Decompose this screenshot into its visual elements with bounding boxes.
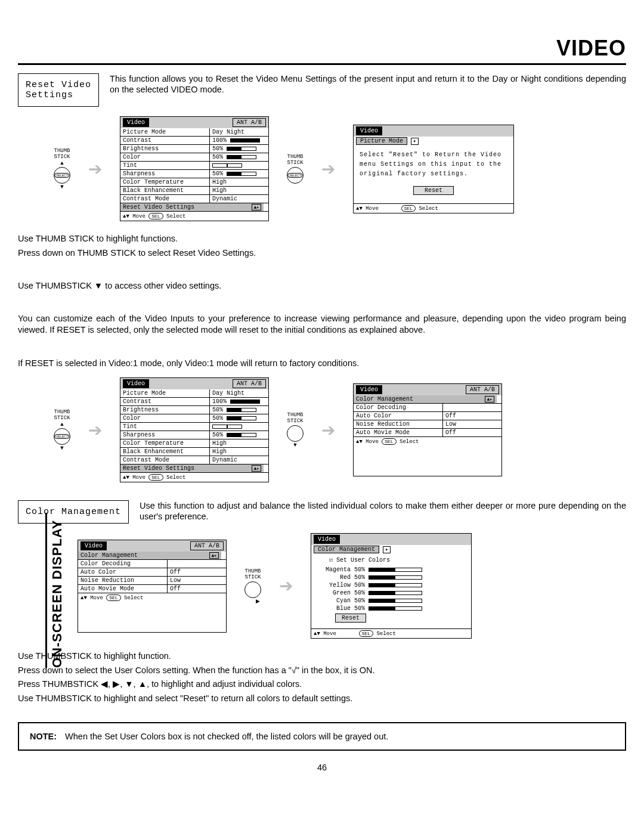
thumbstick-diagram: THUMB STICK ▼ [287, 412, 304, 448]
menu-row[interactable]: Contrast100% [120, 137, 268, 145]
color-mgmt-text: Use this function to adjust and balance … [140, 500, 626, 522]
menu-row[interactable]: Brightness50% [120, 145, 268, 153]
color-row[interactable]: Red50% [311, 574, 471, 581]
osd-video-submenu: VideoANT A/B Color Management ▲▸Color De… [78, 540, 227, 633]
thumbstick-diagram: THUMB STICK ▲ SELECT ▼ [54, 409, 70, 451]
title-rule [18, 63, 626, 65]
menu-row[interactable]: Color50% [120, 414, 268, 423]
menu-row[interactable]: Color50% [120, 153, 268, 162]
menu-row[interactable]: Color TemperatureHigh [120, 178, 268, 187]
arrow-icon: ➔ [88, 159, 102, 179]
color-row[interactable]: Cyan50% [311, 597, 471, 605]
instruction-text [18, 341, 626, 353]
osd-video-menu: VideoANT A/B Picture ModeDay NightContra… [120, 116, 269, 221]
instruction-text: Press THUMBSTICK ◀, ▶, ▼, ▲, to highligh… [18, 679, 626, 690]
menu-row[interactable]: Color TemperatureHigh [120, 439, 268, 448]
menu-row[interactable]: Color Management ▲▸ [354, 395, 501, 404]
thumbstick-diagram: THUMB STICK ▲ SELECT ▼ [54, 148, 70, 190]
menu-row[interactable]: Reset Video Settings ▲▸ [120, 465, 268, 472]
color-row[interactable]: Magenta50% [311, 566, 471, 574]
color-row[interactable]: Green50% [311, 589, 471, 597]
menu-row[interactable]: Color Decoding [78, 560, 226, 568]
instruction-text: Use THUMBSTICK to highlight function. [18, 651, 626, 662]
instruction-text: You can customize each of the Video Inpu… [18, 313, 626, 336]
instruction-text [18, 296, 626, 308]
menu-row[interactable]: Picture ModeDay Night [120, 389, 268, 398]
instruction-text: Use THUMB STICK to highlight functions. [18, 233, 626, 245]
menu-row[interactable]: Brightness50% [120, 406, 268, 414]
instruction-text [18, 264, 626, 275]
osd-reset-confirm: Video Picture Mode ▸ Select "Reset" to R… [353, 125, 514, 213]
menu-row[interactable]: Auto Movie ModeOff [78, 585, 226, 593]
arrow-icon: ➔ [321, 420, 335, 440]
instruction-text: Press down on THUMB STICK to select Rese… [18, 247, 626, 259]
osd-color-mgmt: Video Color Management ▸ ☑ Set User Colo… [311, 533, 472, 639]
thumbstick-diagram: THUMB STICK ▶ [244, 568, 261, 604]
thumbstick-diagram: THUMB STICK SELECT [287, 154, 304, 184]
menu-row[interactable]: Sharpness50% [120, 431, 268, 439]
reset-text: This function allows you to Reset the Vi… [110, 73, 626, 95]
menu-row[interactable]: Color Management ▲▸ [78, 552, 226, 560]
menu-row[interactable]: Tint [120, 162, 268, 170]
osd-video-submenu: VideoANT A/B Color Management ▲▸Color De… [353, 383, 502, 476]
instruction-text: Use THUMBSTICK ▼ to access other video s… [18, 280, 626, 292]
instruction-text: Press down to select the User Colors set… [18, 665, 626, 677]
note-box: NOTE:When the Set User Colors box is not… [18, 722, 626, 751]
osd-video-menu: VideoANT A/B Picture ModeDay NightContra… [120, 377, 269, 482]
page-title: VIDEO [18, 36, 626, 61]
side-tab: ON-SCREEN DISPLAY [45, 513, 65, 668]
menu-row[interactable]: Auto Movie ModeOff [354, 429, 501, 436]
page-number: 46 [18, 763, 626, 772]
color-row[interactable]: Yellow50% [311, 581, 471, 589]
menu-row[interactable]: Noise ReductionLow [354, 420, 501, 429]
reset-button[interactable]: Reset [413, 186, 454, 195]
instruction-text: If RESET is selected in Video:1 mode, on… [18, 358, 626, 370]
menu-row[interactable]: Sharpness50% [120, 170, 268, 178]
instruction-text: Use THUMBSTICK to highlight and select "… [18, 693, 626, 705]
menu-row[interactable]: Noise ReductionLow [78, 577, 226, 585]
color-row[interactable]: Blue50% [311, 605, 471, 612]
reset-button[interactable]: Reset [335, 614, 366, 623]
arrow-icon: ➔ [321, 159, 335, 179]
menu-row[interactable]: Contrast ModeDynamic [120, 456, 268, 465]
menu-row[interactable]: Auto ColorOff [78, 568, 226, 577]
menu-row[interactable]: Black EnhancementHigh [120, 448, 268, 456]
menu-row[interactable]: Color Decoding [354, 404, 501, 412]
set-user-colors-checkbox[interactable]: ☑ Set User Colors [311, 554, 471, 566]
menu-row[interactable]: Contrast100% [120, 398, 268, 406]
arrow-icon: ➔ [88, 420, 102, 440]
menu-row[interactable]: Auto ColorOff [354, 412, 501, 420]
menu-row[interactable]: Picture ModeDay Night [120, 128, 268, 137]
reset-label: Reset Video Settings [18, 73, 99, 107]
menu-row[interactable]: Contrast ModeDynamic [120, 195, 268, 203]
menu-row[interactable]: Reset Video Settings ▲▸ [120, 203, 268, 211]
color-mgmt-label: Color Management [18, 500, 129, 524]
menu-row[interactable]: Black EnhancementHigh [120, 187, 268, 195]
arrow-icon: ➔ [279, 576, 293, 596]
menu-row[interactable]: Tint [120, 423, 268, 431]
